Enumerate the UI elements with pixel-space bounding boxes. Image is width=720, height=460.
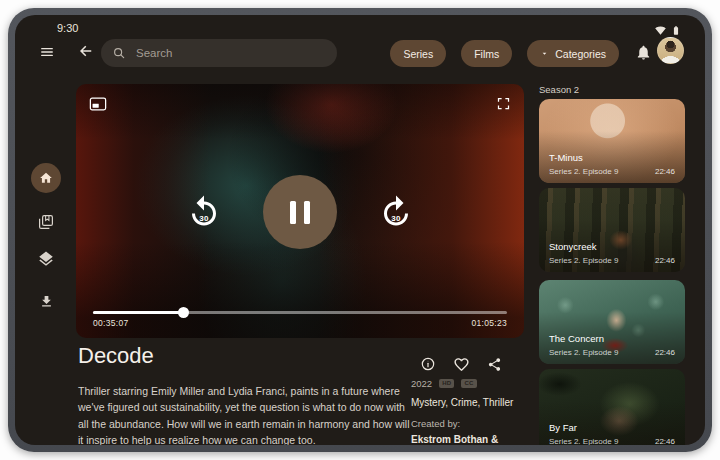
show-description: Thriller starring Emily Miller and Lydia…: [78, 383, 412, 445]
release-year: 2022: [411, 378, 432, 389]
tablet-frame: 9:30 Series: [8, 8, 712, 452]
page-title: Decode: [78, 343, 154, 369]
pause-icon: [290, 201, 296, 224]
series-button-label: Series: [403, 48, 433, 60]
episode-card-the-concern[interactable]: The Concern Series 2. Episode 9 22:46: [539, 280, 685, 364]
episode-subtitle: Series 2. Episode 9: [549, 167, 618, 176]
notifications-button[interactable]: [633, 42, 653, 62]
picture-in-picture-button[interactable]: [89, 96, 107, 112]
replay-30-icon: [186, 194, 222, 230]
season-header: Season 2: [539, 84, 579, 95]
rewind-30-button[interactable]: 30: [186, 194, 222, 230]
video-player[interactable]: 30 30 00:35:07: [76, 84, 524, 338]
chevron-down-icon: [540, 49, 549, 58]
sidebar-item-home[interactable]: [31, 163, 61, 193]
home-icon: [39, 171, 53, 185]
films-button-label: Films: [474, 48, 499, 60]
share-icon: [487, 357, 502, 372]
categories-label: Categories: [555, 48, 606, 60]
seek-knob[interactable]: [178, 307, 189, 318]
hd-badge: HD: [439, 379, 454, 388]
pause-button[interactable]: [263, 175, 337, 249]
episode-card-stonycreek[interactable]: Stonycreek Series 2. Episode 9 22:46: [539, 188, 685, 272]
search-bar[interactable]: [101, 39, 337, 67]
pip-icon: [89, 96, 107, 112]
show-metadata: 2022 HD CC Mystery, Crime, Thriller Crea…: [411, 378, 551, 445]
bell-icon: [635, 44, 652, 61]
fullscreen-button[interactable]: [496, 96, 511, 111]
action-buttons: [419, 355, 503, 373]
films-button[interactable]: Films: [461, 40, 512, 67]
creator-name-1: Ekstrom Bothan &: [411, 433, 551, 445]
cc-badge: CC: [461, 379, 476, 388]
forward-30-icon: [378, 194, 414, 230]
categories-dropdown[interactable]: Categories: [527, 40, 619, 67]
episode-duration: 22:46: [655, 256, 675, 265]
playback-controls: 30 30: [76, 175, 524, 249]
battery-icon: [671, 24, 681, 37]
episode-subtitle: Series 2. Episode 9: [549, 256, 618, 265]
episode-title: By Far: [549, 422, 577, 433]
seek-fill: [93, 311, 184, 314]
episode-title: T-Minus: [549, 152, 583, 163]
forward-30-label: 30: [378, 214, 414, 223]
info-icon: [420, 356, 436, 372]
total-time: 01:05:23: [472, 318, 508, 328]
status-time: 9:30: [57, 22, 78, 34]
rewind-30-label: 30: [186, 214, 222, 223]
menu-button[interactable]: [37, 42, 57, 62]
seek-bar[interactable]: [93, 306, 507, 318]
search-input[interactable]: [134, 46, 326, 60]
favorite-button[interactable]: [452, 355, 470, 373]
episode-card-by-far[interactable]: By Far Series 2. Episode 9 22:46: [539, 369, 685, 445]
wifi-icon: [655, 25, 666, 36]
created-by-label: Created by:: [411, 418, 551, 429]
sidebar-item-collections[interactable]: [31, 244, 61, 274]
heart-icon: [453, 356, 470, 373]
episode-duration: 22:46: [655, 437, 675, 445]
seek-track: [93, 311, 507, 314]
genres: Mystery, Crime, Thriller: [411, 397, 551, 408]
hamburger-icon: [38, 43, 56, 61]
series-button[interactable]: Series: [390, 40, 446, 67]
episode-subtitle: Series 2. Episode 9: [549, 348, 618, 357]
download-icon: [39, 294, 54, 309]
status-icons: [655, 24, 681, 37]
layers-icon: [37, 250, 55, 268]
episode-duration: 22:46: [655, 167, 675, 176]
back-arrow-icon: [77, 42, 95, 60]
info-button[interactable]: [419, 355, 437, 373]
avatar[interactable]: [657, 37, 684, 64]
episode-card-t-minus[interactable]: T-Minus Series 2. Episode 9 22:46: [539, 99, 685, 183]
filter-chips: Series Films Categories: [390, 40, 619, 67]
bookmarks-icon: [37, 213, 55, 231]
episode-title: Stonycreek: [549, 241, 597, 252]
episode-title: The Concern: [549, 333, 604, 344]
sidebar-item-library[interactable]: [31, 207, 61, 237]
share-button[interactable]: [485, 355, 503, 373]
search-icon: [112, 46, 126, 60]
episode-duration: 22:46: [655, 348, 675, 357]
episode-subtitle: Series 2. Episode 9: [549, 437, 618, 445]
sidebar-item-downloads[interactable]: [31, 286, 61, 316]
fullscreen-icon: [496, 96, 511, 111]
back-button[interactable]: [76, 41, 96, 61]
app-screen: 9:30 Series: [15, 15, 705, 445]
forward-30-button[interactable]: 30: [378, 194, 414, 230]
elapsed-time: 00:35:07: [93, 318, 129, 328]
